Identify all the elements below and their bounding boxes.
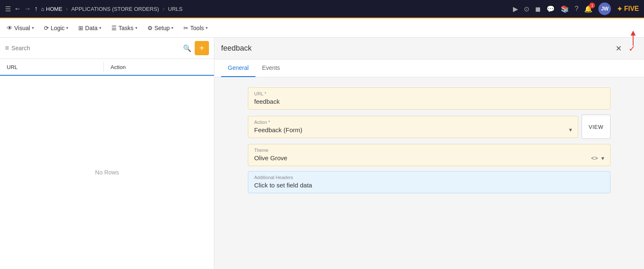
table-header: URL Action (0, 59, 214, 76)
home-nav[interactable]: ⌂ HOME (41, 6, 62, 12)
forward-icon[interactable]: → (24, 5, 31, 13)
view-button[interactable]: VIEW (582, 115, 611, 139)
second-nav-left: 👁 Visual ▾ ⟳ Logic ▾ ⊞ Data ▾ ☰ Tasks ▾ … (7, 23, 208, 33)
notification-count: 1 (589, 3, 595, 8)
top-nav: ☰ ← → ↑ ⌂ HOME › APPLICATIONS (STORE ORD… (0, 0, 644, 18)
theme-code-icon[interactable]: <> (591, 155, 598, 161)
setup-label: Setup (155, 25, 170, 31)
five-logo-text: FIVE (624, 5, 639, 13)
save-button-wrap: ✓ (627, 44, 637, 54)
tab-events[interactable]: Events (255, 59, 287, 77)
additional-headers-value: Click to set field data (254, 182, 604, 189)
play-icon[interactable]: ▶ (513, 5, 518, 13)
action-row: Action * Feedback (Form) ▾ VIEW (248, 115, 611, 139)
visual-label: Visual (14, 25, 30, 31)
second-nav: 👁 Visual ▾ ⟳ Logic ▾ ⊞ Data ▾ ☰ Tasks ▾ … (0, 18, 644, 38)
action-field-inner: Feedback (Form) ▾ (254, 126, 572, 133)
visual-chevron: ▾ (32, 26, 34, 30)
nav-setup[interactable]: ⚙ Setup ▾ (147, 23, 174, 33)
breadcrumb-apps[interactable]: APPLICATIONS (STORE ORDERS) (71, 6, 159, 12)
right-panel: feedback ✕ ✓ (214, 38, 644, 269)
chat-icon[interactable]: 💬 (546, 5, 555, 13)
col-action-header: Action (111, 64, 207, 70)
logic-chevron: ▾ (66, 26, 68, 30)
breadcrumb-urls[interactable]: URLS (168, 6, 183, 12)
tasks-label: Tasks (118, 25, 134, 31)
logic-label: Logic (51, 25, 64, 31)
search-icon[interactable]: 🔍 (183, 44, 191, 52)
nav-tools[interactable]: ✂ Tools ▾ (183, 23, 208, 33)
action-value: Feedback (Form) (254, 126, 302, 133)
record-title: feedback (221, 44, 614, 53)
col-url-header: URL (7, 64, 103, 70)
record-header: feedback ✕ ✓ (214, 38, 644, 59)
notification-bell[interactable]: 🔔 1 (584, 5, 592, 13)
data-chevron: ▾ (99, 26, 101, 30)
breadcrumb-sep-2: › (162, 5, 165, 13)
home-icon: ⌂ (41, 6, 44, 12)
url-value: feedback (254, 98, 604, 105)
tools-icon: ✂ (183, 25, 188, 31)
top-nav-right: ▶ ⊙ ◼ 💬 📚 ? 🔔 1 JW ✦ FIVE (513, 3, 639, 15)
additional-headers-field[interactable]: Additional Headers Click to set field da… (248, 171, 611, 193)
stop-icon[interactable]: ◼ (535, 5, 541, 13)
nav-logic[interactable]: ⟳ Logic ▾ (44, 23, 68, 33)
theme-chevron-icon[interactable]: ▾ (601, 155, 604, 161)
url-field[interactable]: URL * feedback (248, 87, 611, 110)
eye-icon: 👁 (7, 25, 13, 31)
tools-label: Tools (190, 25, 204, 31)
left-panel: ≡ 🔍 + URL Action No Rows (0, 38, 214, 269)
theme-icons: <> ▾ (591, 155, 604, 161)
theme-field-inner: Olive Grove <> ▾ (254, 154, 604, 161)
search-globe-icon[interactable]: ⊙ (524, 5, 529, 13)
url-label: URL * (254, 91, 604, 96)
tasks-icon: ☰ (111, 25, 117, 31)
additional-headers-label: Additional Headers (254, 175, 604, 180)
nav-tasks[interactable]: ☰ Tasks ▾ (111, 23, 137, 33)
menu-icon[interactable]: ☰ (5, 5, 11, 13)
tools-chevron: ▾ (206, 26, 208, 30)
tabs-bar: General Events (214, 59, 644, 77)
action-field[interactable]: Action * Feedback (Form) ▾ (248, 116, 578, 138)
five-logo: ✦ FIVE (617, 5, 639, 13)
five-logo-icon: ✦ (617, 5, 622, 13)
theme-field[interactable]: Theme Olive Grove <> ▾ (248, 144, 611, 166)
action-chevron-icon: ▾ (569, 126, 572, 133)
add-button[interactable]: + (195, 41, 209, 55)
nav-data[interactable]: ⊞ Data ▾ (78, 23, 101, 33)
back-icon[interactable]: ← (14, 5, 21, 13)
avatar[interactable]: JW (598, 3, 611, 15)
setup-chevron: ▾ (171, 26, 173, 30)
arrow-indicator (625, 31, 641, 48)
top-nav-left: ☰ ← → ↑ ⌂ HOME › APPLICATIONS (STORE ORD… (5, 5, 510, 13)
search-bar: ≡ 🔍 + (0, 38, 214, 59)
col-separator (103, 62, 104, 72)
theme-label: Theme (254, 148, 604, 153)
tab-general[interactable]: General (221, 59, 255, 77)
action-label: Action * (254, 120, 572, 125)
close-button[interactable]: ✕ (614, 42, 623, 55)
logic-icon: ⟳ (44, 25, 49, 31)
search-input-wrap: ≡ (5, 44, 180, 52)
form-body: URL * feedback Action * Feedback (Form) … (214, 77, 644, 203)
theme-value: Olive Grove (254, 154, 287, 161)
header-actions: ✕ ✓ (614, 42, 637, 55)
data-label: Data (85, 25, 98, 31)
help-icon[interactable]: ? (575, 5, 579, 13)
grid-icon: ⊞ (78, 25, 83, 31)
search-input[interactable] (11, 45, 180, 51)
no-rows-text: No Rows (0, 76, 214, 269)
up-icon[interactable]: ↑ (34, 5, 38, 13)
books-icon[interactable]: 📚 (561, 5, 569, 13)
nav-visual[interactable]: 👁 Visual ▾ (7, 23, 34, 33)
main-layout: ≡ 🔍 + URL Action No Rows feedback ✕ ✓ (0, 38, 644, 269)
tasks-chevron: ▾ (135, 26, 137, 30)
breadcrumb-sep-1: › (66, 5, 68, 13)
gear-icon: ⚙ (147, 25, 153, 31)
filter-icon: ≡ (5, 44, 9, 52)
